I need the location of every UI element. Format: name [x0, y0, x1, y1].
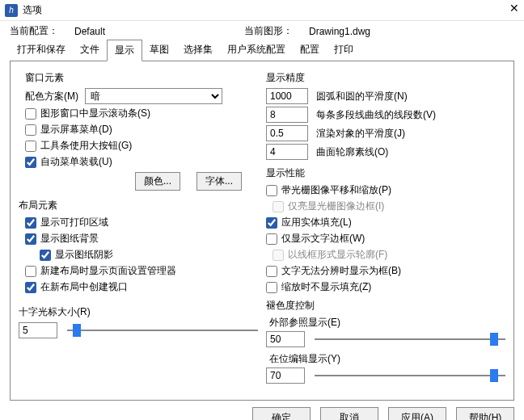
chk-printable[interactable] — [25, 217, 36, 229]
tab-drafting[interactable]: 草图 — [142, 40, 176, 61]
crosshair-input[interactable] — [19, 322, 57, 338]
xref-fade-label: 外部参照显示(E) — [269, 316, 505, 330]
chk-wireframe — [273, 250, 284, 261]
chk-newvp-label: 在新布局中创建视口 — [40, 280, 128, 294]
inplace-fade-slider[interactable] — [315, 369, 505, 382]
chk-autoload-label: 自动菜单装载(U) — [40, 155, 112, 169]
crosshair-slider[interactable] — [67, 324, 258, 337]
chk-papershadow-label: 显示图纸阴影 — [55, 248, 113, 262]
drawing-label: 当前图形： — [244, 24, 293, 38]
tab-plot[interactable]: 打印 — [327, 40, 361, 61]
chk-panzoom-raster-label: 带光栅图像平移和缩放(P) — [281, 183, 391, 197]
chk-text-as-box[interactable] — [266, 266, 277, 277]
surf-contour-input[interactable] — [266, 144, 308, 160]
tab-strip: 打开和保存 文件 显示 草图 选择集 用户系统配置 配置 打印 — [10, 40, 514, 61]
chk-pagesetup[interactable] — [25, 266, 36, 277]
tab-profiles[interactable]: 配置 — [293, 40, 327, 61]
chk-text-frame[interactable] — [266, 233, 277, 245]
layout-elements-title: 布局元素 — [19, 199, 258, 212]
crosshair-title: 十字光标大小(R) — [19, 305, 258, 319]
xref-fade-input[interactable] — [266, 331, 305, 347]
inplace-fade-input[interactable] — [266, 368, 305, 384]
dialog-footer: 确定 取消 应用(A) 帮助(H) — [0, 407, 524, 420]
chk-solid-fill-label: 应用实体填充(L) — [281, 216, 352, 229]
colorscheme-select[interactable]: 暗 — [85, 88, 222, 104]
tab-files[interactable]: 文件 — [73, 40, 107, 61]
chk-papershadow[interactable] — [40, 250, 51, 261]
window-elements-title: 窗口元素 — [25, 71, 258, 85]
chk-text-frame-label: 仅显示文字边框(W) — [281, 232, 365, 246]
chk-autoload[interactable] — [25, 157, 36, 168]
polyline-seg-input[interactable] — [266, 107, 308, 123]
xref-fade-slider[interactable] — [315, 333, 505, 346]
config-label: 当前配置： — [10, 24, 58, 38]
config-value: Default — [74, 26, 105, 37]
arc-smooth-input[interactable] — [266, 88, 308, 104]
chk-bigbuttons[interactable] — [25, 141, 36, 152]
chk-bigbuttons-label: 工具条使用大按钮(G) — [40, 139, 132, 153]
apply-button[interactable]: 应用(A) — [388, 407, 446, 420]
ok-button[interactable]: 确定 — [252, 407, 311, 420]
arc-smooth-label: 圆弧和圆的平滑度(N) — [316, 90, 408, 103]
close-icon[interactable]: ✕ — [509, 2, 519, 15]
chk-screenmenu-label: 显示屏幕菜单(D) — [40, 123, 112, 136]
help-button[interactable]: 帮助(H) — [456, 407, 514, 420]
drawing-value: Drawing1.dwg — [309, 26, 370, 37]
chk-panzoom-raster[interactable] — [266, 185, 277, 196]
render-smooth-label: 渲染对象的平滑度(J) — [316, 127, 405, 141]
tab-open-save[interactable]: 打开和保存 — [10, 40, 73, 61]
app-icon: h — [5, 4, 18, 17]
chk-scrollbars-label: 图形窗口中显示滚动条(S) — [40, 107, 150, 120]
titlebar: h 选项 ✕ — [0, 0, 524, 21]
tab-display[interactable]: 显示 — [107, 40, 142, 61]
cancel-button[interactable]: 取消 — [320, 407, 378, 420]
colorscheme-label: 配色方案(M) — [25, 90, 78, 103]
chk-pagesetup-label: 新建布局时显示页面设置管理器 — [40, 264, 176, 278]
fade-control-title: 褪色度控制 — [266, 299, 505, 313]
chk-highlight-raster-label: 仅亮显光栅图像边框(I) — [288, 200, 384, 213]
btn-fonts[interactable]: 字体... — [196, 172, 242, 191]
inplace-fade-label: 在位编辑显示(Y) — [269, 352, 505, 366]
tab-selection[interactable]: 选择集 — [176, 40, 220, 61]
chk-paperbg-label: 显示图纸背景 — [40, 232, 99, 246]
chk-nofill-zoom[interactable] — [266, 282, 277, 293]
chk-text-as-box-label: 文字无法分辨时显示为框(B) — [281, 264, 401, 278]
chk-printable-label: 显示可打印区域 — [40, 216, 108, 229]
chk-paperbg[interactable] — [25, 233, 36, 245]
surf-contour-label: 曲面轮廓素线(O) — [316, 145, 388, 159]
display-precision-title: 显示精度 — [266, 71, 505, 85]
info-row: 当前配置： Default 当前图形： Drawing1.dwg — [0, 21, 524, 40]
chk-wireframe-label: 以线框形式显示轮廓(F) — [288, 248, 387, 262]
render-smooth-input[interactable] — [266, 125, 308, 141]
chk-scrollbars[interactable] — [25, 108, 36, 120]
chk-screenmenu[interactable] — [25, 124, 36, 136]
chk-nofill-zoom-label: 缩放时不显示填充(Z) — [281, 280, 371, 294]
btn-colors[interactable]: 颜色... — [135, 172, 180, 191]
window-title: 选项 — [23, 3, 42, 17]
chk-solid-fill[interactable] — [266, 217, 277, 229]
polyline-seg-label: 每条多段线曲线的线段数(V) — [316, 108, 436, 122]
tab-userprefs[interactable]: 用户系统配置 — [220, 40, 293, 61]
chk-newvp[interactable] — [25, 282, 36, 293]
chk-highlight-raster — [273, 201, 284, 212]
display-perf-title: 显示性能 — [266, 166, 505, 180]
